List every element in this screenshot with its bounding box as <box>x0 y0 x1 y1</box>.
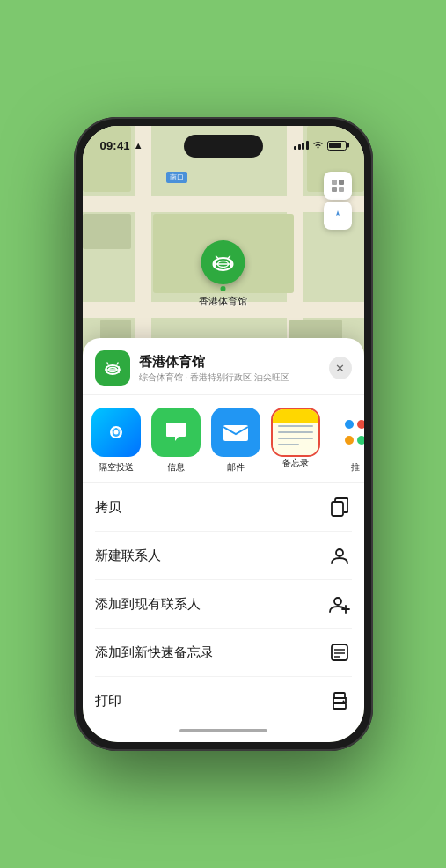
quick-note-icon <box>327 640 352 665</box>
more-dots <box>343 418 364 446</box>
venue-info: 香港体育馆 综合体育馆 · 香港特别行政区 油尖旺区 <box>139 354 329 383</box>
wifi-icon <box>312 140 324 151</box>
action-add-quick-note-label: 添加到新快速备忘录 <box>95 644 214 661</box>
svg-point-19 <box>336 549 343 556</box>
print-icon <box>327 688 352 713</box>
pin-dot <box>221 286 226 291</box>
svg-rect-18 <box>332 502 343 516</box>
action-new-contact[interactable]: 新建联系人 <box>95 532 352 580</box>
signal-bar-3 <box>302 143 304 150</box>
battery-icon <box>327 141 347 151</box>
notes-line-3 <box>278 438 313 439</box>
messages-label: 信息 <box>167 461 185 474</box>
dot-green <box>357 436 364 445</box>
map-controls <box>324 172 352 230</box>
map-road-h1 <box>83 196 364 212</box>
stadium-pin[interactable]: 香港体育馆 <box>199 240 247 308</box>
action-add-existing-contact[interactable]: 添加到现有联系人 <box>95 580 352 629</box>
action-print[interactable]: 打印 <box>95 677 352 725</box>
signal-bar-4 <box>306 141 309 150</box>
share-item-more[interactable]: 推 <box>329 408 364 474</box>
bottom-sheet: 香港体育馆 综合体育馆 · 香港特别行政区 油尖旺区 ✕ <box>83 338 364 742</box>
location-icon: ▲ <box>134 140 143 151</box>
notes-icon-wrapper <box>271 408 320 457</box>
notes-line-2 <box>278 431 313 433</box>
more-dots-container <box>331 408 364 457</box>
messages-icon <box>151 408 201 457</box>
status-time: 09:41 <box>100 139 130 152</box>
svg-point-29 <box>342 701 344 702</box>
svg-point-20 <box>334 598 341 605</box>
venue-subtitle: 综合体育馆 · 香港特别行政区 油尖旺区 <box>139 371 329 383</box>
svg-rect-28 <box>334 693 345 698</box>
svg-rect-3 <box>332 187 337 192</box>
signal-bar-2 <box>298 144 301 150</box>
battery-fill <box>329 143 341 148</box>
svg-rect-27 <box>333 703 346 709</box>
action-list: 拷贝 新建联系人 <box>83 483 364 725</box>
status-icons <box>294 140 347 151</box>
notes-label: 备忘录 <box>282 457 309 469</box>
svg-rect-23 <box>332 644 347 660</box>
venue-icon <box>95 350 130 386</box>
action-copy-label: 拷贝 <box>95 499 121 516</box>
dot-orange <box>345 436 354 445</box>
phone-frame: 09:41 ▲ <box>74 117 373 751</box>
home-indicator <box>83 725 364 742</box>
pin-circle <box>201 240 245 284</box>
share-row: 隔空投送 信息 <box>83 395 364 483</box>
svg-rect-2 <box>339 180 344 185</box>
map-type-button[interactable] <box>324 172 352 200</box>
action-print-label: 打印 <box>95 693 121 710</box>
action-add-existing-label: 添加到现有联系人 <box>95 596 201 613</box>
dot-blue-1 <box>345 420 354 429</box>
more-label: 推 <box>351 461 360 474</box>
dot-red <box>357 420 364 429</box>
add-existing-contact-icon <box>327 592 352 616</box>
phone-screen: 09:41 ▲ <box>83 126 364 742</box>
new-contact-icon <box>327 543 352 568</box>
notes-line-1 <box>278 425 313 427</box>
share-item-mail[interactable]: 邮件 <box>209 408 262 474</box>
signal-bars <box>294 141 309 150</box>
share-item-messages[interactable]: 信息 <box>150 408 202 474</box>
location-button[interactable] <box>324 202 352 230</box>
svg-point-0 <box>317 147 318 149</box>
venue-name: 香港体育馆 <box>139 354 329 370</box>
action-copy[interactable]: 拷贝 <box>95 483 352 532</box>
notes-line-4 <box>278 444 299 445</box>
svg-point-16 <box>113 430 118 435</box>
action-add-quick-note[interactable]: 添加到新快速备忘录 <box>95 629 352 677</box>
action-new-contact-label: 新建联系人 <box>95 548 161 564</box>
dot-row-1 <box>343 418 364 430</box>
dot-row-2 <box>343 434 364 446</box>
svg-rect-4 <box>339 187 344 192</box>
mail-label: 邮件 <box>227 461 245 474</box>
notes-icon-inner <box>273 409 318 455</box>
home-bar <box>179 729 267 732</box>
map-label-south-entrance: 南口 <box>166 172 187 183</box>
share-item-airdrop[interactable]: 隔空投送 <box>90 408 143 474</box>
mail-icon <box>211 408 260 457</box>
svg-rect-1 <box>332 180 337 185</box>
map-building-3 <box>83 214 131 249</box>
copy-icon <box>327 495 352 519</box>
airdrop-label: 隔空投送 <box>99 461 134 474</box>
airdrop-icon <box>91 408 141 457</box>
pin-label: 香港体育馆 <box>199 295 247 308</box>
close-button[interactable]: ✕ <box>329 357 352 379</box>
dynamic-island <box>184 135 263 158</box>
signal-bar-1 <box>294 146 296 150</box>
share-item-notes[interactable]: 备忘录 <box>269 408 322 474</box>
venue-header: 香港体育馆 综合体育馆 · 香港特别行政区 油尖旺区 ✕ <box>83 338 364 395</box>
